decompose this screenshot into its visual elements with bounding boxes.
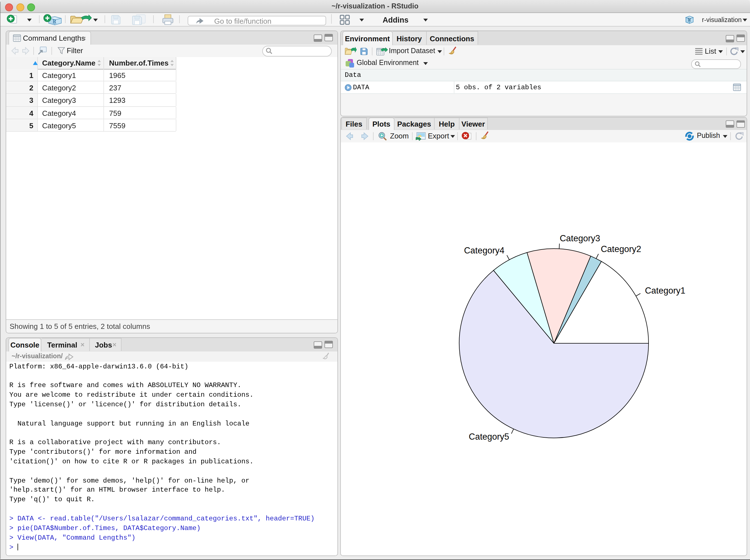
svg-text:Category5: Category5 — [469, 432, 509, 442]
svg-text:Category4: Category4 — [464, 245, 505, 255]
svg-text:R: R — [688, 17, 691, 23]
svg-text:R: R — [53, 18, 57, 25]
svg-text:Category1: Category1 — [645, 286, 685, 296]
svg-text:Category3: Category3 — [560, 233, 600, 243]
svg-text:Category2: Category2 — [601, 244, 641, 254]
